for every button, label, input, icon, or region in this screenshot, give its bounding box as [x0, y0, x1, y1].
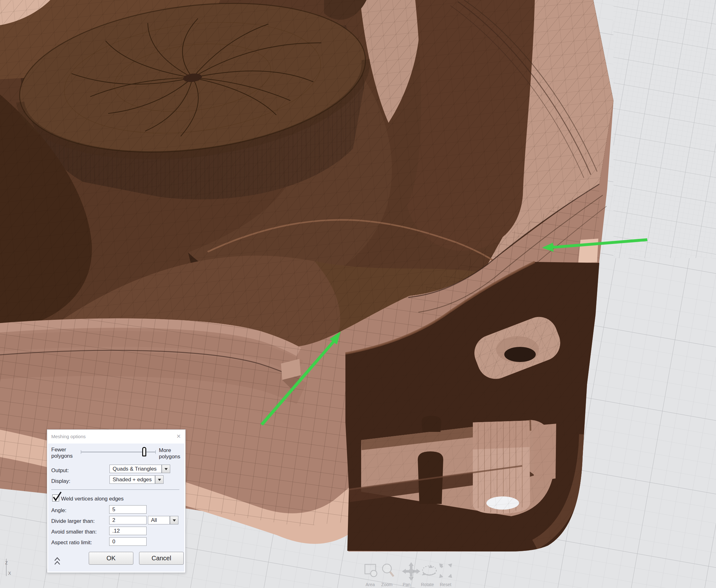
svg-text:Zoom: Zoom — [381, 582, 393, 587]
svg-text:Area: Area — [366, 582, 375, 587]
svg-text:x: x — [8, 570, 11, 576]
svg-text:Pan: Pan — [403, 582, 411, 587]
svg-text:Rotate: Rotate — [421, 582, 434, 587]
svg-text:Reset: Reset — [440, 582, 451, 587]
svg-text:z: z — [5, 559, 8, 566]
